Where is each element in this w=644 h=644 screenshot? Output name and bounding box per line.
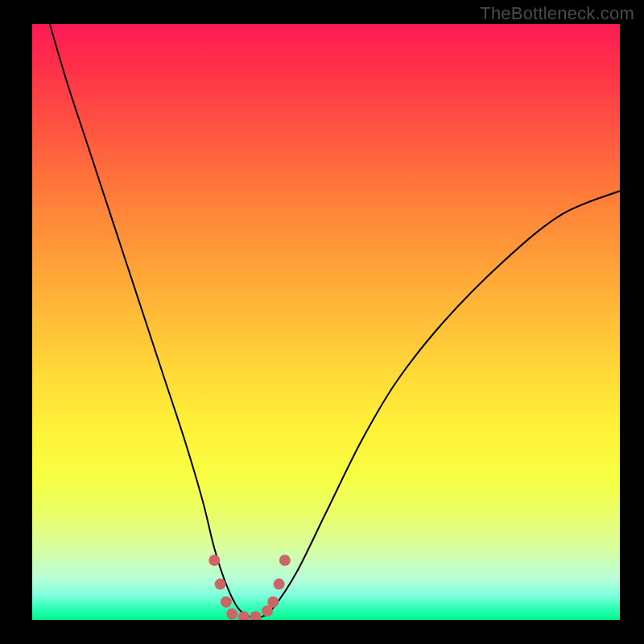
optimal-zone-dots <box>208 555 291 620</box>
optimal-dot <box>238 611 250 620</box>
optimal-dot <box>250 611 261 620</box>
optimal-dot <box>215 579 226 590</box>
bottleneck-curve-line <box>50 24 620 618</box>
optimal-dot <box>267 597 279 608</box>
watermark-text: TheBottleneck.com <box>480 3 634 24</box>
plot-area <box>32 24 620 620</box>
optimal-dot <box>221 597 232 608</box>
optimal-dot <box>274 579 285 590</box>
curve-path <box>50 24 620 618</box>
optimal-dot <box>279 555 291 566</box>
chart-frame: TheBottleneck.com <box>0 0 644 644</box>
optimal-dot <box>226 609 237 620</box>
optimal-dot <box>208 555 220 566</box>
curve-svg <box>32 24 620 620</box>
